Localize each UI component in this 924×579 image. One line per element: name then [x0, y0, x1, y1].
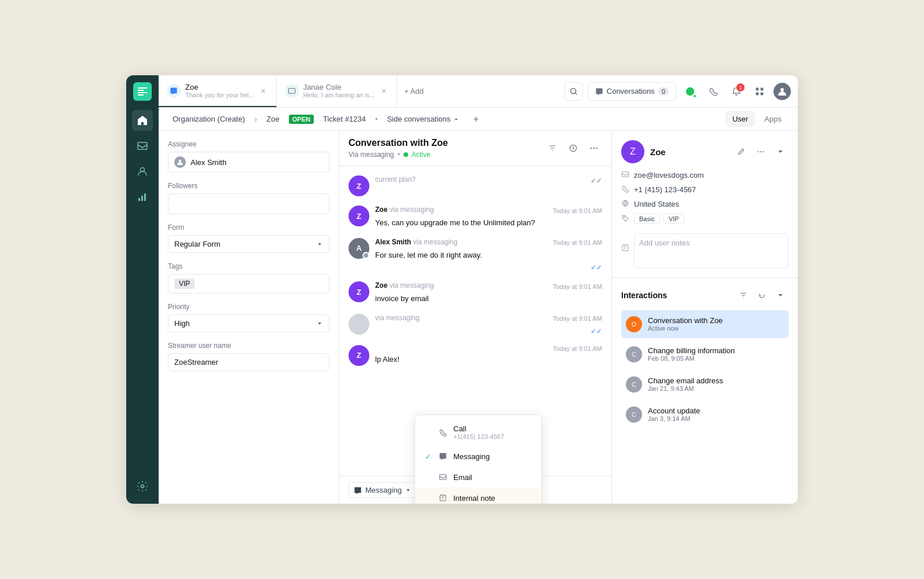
add-breadcrumb-button[interactable]: +	[469, 112, 483, 126]
avatar: A	[349, 238, 369, 259]
avatar: Z	[349, 345, 369, 366]
breadcrumb-user[interactable]: Zoe	[262, 112, 284, 126]
sidebar	[126, 75, 159, 504]
notes-icon	[621, 244, 629, 254]
sidebar-item-contacts[interactable]	[132, 161, 153, 182]
svg-rect-11	[756, 92, 759, 95]
interaction-body: Account update Jan 3, 9:14 AM	[648, 406, 784, 423]
phone-button[interactable]	[704, 82, 723, 101]
tags-input[interactable]: VIP	[168, 274, 329, 294]
avatar	[349, 314, 369, 335]
followers-label: Followers	[168, 182, 329, 190]
message-body: Alex Smith via messaging Today at 9:01 A…	[375, 238, 602, 273]
priority-field: Priority High	[168, 303, 329, 332]
list-item[interactable]: O Conversation with Zoe Active now	[621, 310, 789, 338]
profile-more-button[interactable]	[753, 144, 769, 160]
logo[interactable]	[133, 82, 152, 101]
interaction-body: Change email address Jan 21, 9:43 AM	[648, 376, 784, 393]
followers-field: Followers	[168, 182, 329, 214]
sidebar-item-inbox[interactable]	[132, 135, 153, 156]
interactions-header: Interactions	[621, 287, 789, 303]
tab-zoe-icon	[167, 84, 181, 98]
interactions-filter-button[interactable]	[735, 287, 751, 303]
priority-select[interactable]: High	[168, 314, 329, 332]
avatar: Z	[349, 175, 369, 196]
message-header: current plan? ✓✓	[375, 175, 602, 185]
dropdown-item-messaging[interactable]: ✓ Messaging	[415, 446, 541, 467]
profile-notes-row: Add user notes	[621, 229, 789, 268]
assignee-name: Alex Smith	[190, 158, 226, 167]
conversation-status: Active	[412, 151, 431, 159]
add-tab-button[interactable]: + Add	[397, 87, 431, 96]
history-button[interactable]	[565, 140, 581, 156]
tab-zoe-titles: Zoe Thank you for your hel...	[185, 83, 254, 98]
profile-collapse-button[interactable]	[772, 144, 789, 160]
interactions-refresh-button[interactable]	[754, 287, 770, 303]
list-item[interactable]: C Change billing information Feb 08, 9:0…	[621, 340, 789, 368]
edit-profile-button[interactable]	[733, 144, 749, 160]
dropdown-item-email[interactable]: Email	[415, 467, 541, 488]
list-item[interactable]: C Change email address Jan 21, 9:43 AM	[621, 371, 789, 398]
user-profile-header: Z Zoe	[621, 140, 789, 163]
tab-zoe[interactable]: Zoe Thank you for your hel... ×	[159, 75, 277, 107]
svg-point-21	[758, 151, 759, 152]
breadcrumb-org[interactable]: Organization (Create)	[168, 112, 250, 126]
avatar: Z	[349, 206, 369, 226]
profile-email-row: zoe@lovesdogs.com	[621, 170, 789, 180]
breadcrumb-ticket[interactable]: Ticket #1234	[318, 112, 371, 126]
interaction-icon-email: C	[626, 376, 642, 393]
search-button[interactable]	[564, 82, 583, 101]
tab-janae[interactable]: Janae Cole Hello, I am having an is... ×	[277, 75, 398, 107]
list-item[interactable]: C Account update Jan 3, 9:14 AM	[621, 401, 789, 428]
profile-actions	[733, 144, 789, 160]
message-body: Today at 9:01 AM lp Alex!	[375, 345, 602, 366]
profile-avatar: Z	[621, 140, 644, 163]
status-button[interactable]	[681, 82, 699, 101]
grid-button[interactable]	[750, 82, 769, 101]
composer-type-label: Messaging	[365, 486, 402, 494]
tab-janae-close[interactable]: ×	[379, 86, 388, 96]
assignee-input[interactable]: Alex Smith	[168, 152, 329, 173]
composer-type-selector[interactable]: Messaging	[349, 482, 416, 498]
tab-apps[interactable]: Apps	[757, 111, 789, 127]
filter-button[interactable]	[544, 140, 560, 156]
topbar: Zoe Thank you for your hel... × Janae Co…	[159, 75, 798, 108]
sidebar-item-home[interactable]	[132, 110, 153, 131]
svg-rect-4	[144, 193, 146, 201]
dropdown-item-internal-note[interactable]: Internal note	[415, 488, 541, 504]
followers-input[interactable]	[168, 193, 329, 214]
tab-user[interactable]: User	[725, 111, 755, 127]
admin-badge	[362, 252, 369, 259]
right-panel: Z Zoe	[611, 131, 798, 504]
interaction-title: Change billing information	[648, 346, 784, 355]
svg-rect-27	[622, 245, 628, 251]
table-row: Z Zoe via messaging Today at 9:01 AM inv…	[349, 281, 602, 305]
tab-janae-subtitle: Hello, I am having an is...	[303, 91, 375, 98]
streamer-input[interactable]: ZoeStreamer	[168, 353, 329, 371]
user-avatar[interactable]	[773, 83, 791, 100]
sidebar-item-reports[interactable]	[132, 186, 153, 207]
email-icon	[438, 472, 448, 482]
side-conversations-button[interactable]: Side conversations	[382, 112, 464, 126]
message-text: Yes, can you upgrade me to the Unlimited…	[375, 217, 602, 229]
table-row: Z current plan? ✓✓	[349, 175, 602, 196]
message-time: Today at 9:01 AM	[553, 239, 602, 246]
notifications-button[interactable]: 1	[727, 82, 746, 101]
conversation-title-block: Conversation with Zoe Via messaging • Ac…	[349, 138, 448, 159]
notes-textarea[interactable]: Add user notes	[634, 233, 789, 268]
message-header: Zoe via messaging Today at 9:01 AM	[375, 206, 602, 215]
tab-zoe-close[interactable]: ×	[259, 86, 268, 96]
conversations-count: 0	[658, 87, 669, 96]
message-header: via messaging Today at 9:01 AM	[375, 314, 602, 324]
svg-point-14	[179, 160, 181, 162]
sidebar-item-settings[interactable]	[132, 476, 153, 497]
form-select[interactable]: Regular Form	[168, 235, 329, 253]
conversations-button[interactable]: Conversations 0	[588, 82, 676, 101]
dropdown-item-call[interactable]: Call +1(415) 123-4567	[415, 419, 541, 446]
interactions-collapse-button[interactable]	[772, 287, 789, 303]
message-sender: current plan?	[375, 175, 416, 184]
message-icon	[438, 452, 448, 461]
interaction-body: Conversation with Zoe Active now	[648, 316, 784, 332]
more-options-button[interactable]	[586, 140, 602, 156]
tab-bar: Zoe Thank you for your hel... × Janae Co…	[159, 75, 558, 107]
